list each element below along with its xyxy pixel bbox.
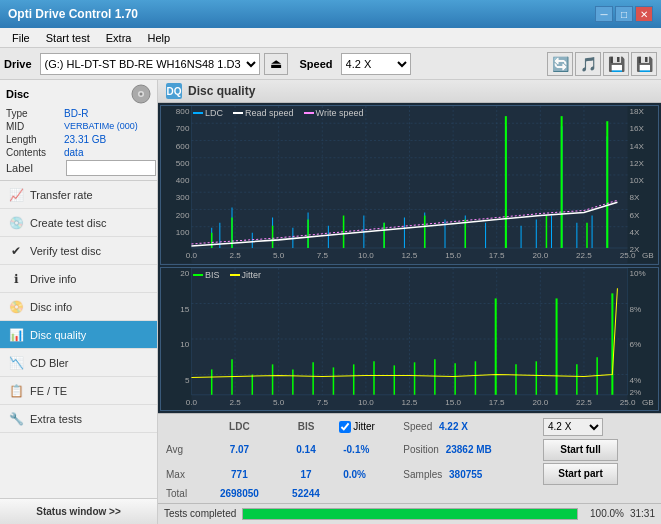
svg-text:10.0: 10.0	[358, 252, 374, 261]
legend-ldc: LDC	[193, 108, 223, 118]
sidebar-item-extra-tests[interactable]: 🔧 Extra tests	[0, 405, 157, 433]
svg-text:12.5: 12.5	[402, 252, 418, 261]
eject-button[interactable]: ⏏	[264, 53, 288, 75]
svg-text:6%: 6%	[630, 340, 642, 349]
chart2-svg: 20 15 10 5 10% 8% 6% 4% 2% 0.0 2.5 5.0 7…	[161, 268, 658, 410]
start-full-button[interactable]: Start full	[543, 439, 618, 461]
main-layout: Disc Type BD-R MID VERBATIMe (000) Lengt…	[0, 80, 661, 524]
drive-select[interactable]: (G:) HL-DT-ST BD-RE WH16NS48 1.D3	[40, 53, 260, 75]
write-speed-color	[304, 112, 314, 114]
total-label: Total	[162, 487, 202, 500]
disc-panel: Disc Type BD-R MID VERBATIMe (000) Lengt…	[0, 80, 157, 181]
disc-section-label: Disc	[6, 88, 29, 100]
menu-start-test[interactable]: Start test	[38, 30, 98, 46]
disc-mid-value: VERBATIMe (000)	[64, 121, 138, 132]
svg-text:20.0: 20.0	[532, 252, 548, 261]
stats-main-row: LDC BIS Jitter Speed 4.22 X	[162, 417, 657, 500]
svg-text:12.5: 12.5	[402, 398, 418, 407]
sidebar-item-transfer-rate[interactable]: 📈 Transfer rate	[0, 181, 157, 209]
window-controls: ─ □ ✕	[595, 6, 653, 22]
save2-icon-btn[interactable]: 💾	[631, 52, 657, 76]
menu-help[interactable]: Help	[139, 30, 178, 46]
disc-quality-icon: 📊	[8, 327, 24, 343]
total-bis: 52244	[277, 487, 335, 500]
sidebar-item-label: Transfer rate	[30, 189, 93, 201]
sidebar-item-label: Disc info	[30, 301, 72, 313]
avg-bis: 0.14	[277, 437, 335, 462]
svg-text:7.5: 7.5	[317, 398, 329, 407]
create-test-icon: 💿	[8, 215, 24, 231]
chart1-svg: 800 700 600 500 400 300 200 100 18X 16X …	[161, 106, 658, 263]
svg-text:500: 500	[176, 159, 190, 168]
disc-label-row: Label 🔍	[6, 160, 151, 176]
speed-select-stat[interactable]: 4.2 X	[543, 418, 603, 436]
minimize-button[interactable]: ─	[595, 6, 613, 22]
stats-header-row: LDC BIS Jitter Speed 4.22 X	[162, 417, 657, 437]
svg-text:200: 200	[176, 211, 190, 220]
status-window-button[interactable]: Status window >>	[0, 498, 157, 524]
fe-te-icon: 📋	[8, 383, 24, 399]
sidebar-item-create-test-disc[interactable]: 💿 Create test disc	[0, 209, 157, 237]
svg-text:10%: 10%	[630, 269, 646, 278]
refresh-icon-btn[interactable]: 🔄	[547, 52, 573, 76]
avg-label: Avg	[162, 437, 202, 462]
jitter-checkbox-label[interactable]: Jitter	[339, 421, 395, 433]
ldc-chart: LDC Read speed Write speed	[160, 105, 659, 264]
speed-label-stat: Speed	[403, 421, 432, 432]
speed-select[interactable]: 4.2 X	[341, 53, 411, 75]
menu-extra[interactable]: Extra	[98, 30, 140, 46]
charts-area: LDC Read speed Write speed	[158, 103, 661, 412]
sidebar-item-verify-test-disc[interactable]: ✔ Verify test disc	[0, 237, 157, 265]
sidebar-item-drive-info[interactable]: ℹ Drive info	[0, 265, 157, 293]
sidebar-item-label: Extra tests	[30, 413, 82, 425]
svg-point-2	[140, 93, 143, 96]
disc-type-value: BD-R	[64, 108, 88, 119]
sidebar-item-fe-te[interactable]: 📋 FE / TE	[0, 377, 157, 405]
jitter-color	[230, 274, 240, 276]
save-icon-btn[interactable]: 💾	[603, 52, 629, 76]
sidebar-item-label: CD Bler	[30, 357, 69, 369]
close-button[interactable]: ✕	[635, 6, 653, 22]
disc-length-row: Length 23.31 GB	[6, 134, 151, 145]
label-input[interactable]	[66, 160, 156, 176]
maximize-button[interactable]: □	[615, 6, 633, 22]
legend-bis: BIS	[193, 270, 220, 280]
svg-text:2%: 2%	[630, 387, 642, 396]
stats-avg-row: Avg 7.07 0.14 -0.1% Position 23862 MB St…	[162, 437, 657, 462]
nav-items: 📈 Transfer rate 💿 Create test disc ✔ Ver…	[0, 181, 157, 498]
svg-text:6X: 6X	[630, 211, 641, 220]
sidebar-item-label: FE / TE	[30, 385, 67, 397]
quality-title: Disc quality	[188, 84, 255, 98]
menu-file[interactable]: File	[4, 30, 38, 46]
sidebar-item-disc-quality[interactable]: 📊 Disc quality	[0, 321, 157, 349]
start-part-button[interactable]: Start part	[543, 463, 618, 485]
disc-header: Disc	[6, 84, 151, 104]
disc-info-icon: 📀	[8, 299, 24, 315]
drive-toolbar: Drive (G:) HL-DT-ST BD-RE WH16NS48 1.D3 …	[0, 48, 661, 80]
svg-text:12X: 12X	[630, 159, 645, 168]
sidebar: Disc Type BD-R MID VERBATIMe (000) Lengt…	[0, 80, 158, 524]
progress-bar	[242, 508, 578, 520]
svg-text:16X: 16X	[630, 125, 645, 134]
progress-label: Tests completed	[164, 508, 236, 519]
avg-jitter: -0.1%	[335, 437, 399, 462]
bis-color	[193, 274, 203, 276]
svg-text:600: 600	[176, 142, 190, 151]
sidebar-item-label: Create test disc	[30, 217, 106, 229]
disc-mid-row: MID VERBATIMe (000)	[6, 121, 151, 132]
progress-time: 31:31	[630, 508, 655, 519]
drive-label: Drive	[4, 58, 32, 70]
speed-value-stat: 4.22 X	[439, 421, 468, 432]
avg-ldc: 7.07	[202, 437, 277, 462]
svg-text:700: 700	[176, 125, 190, 134]
cd-bler-icon: 📉	[8, 355, 24, 371]
svg-text:2.5: 2.5	[229, 398, 241, 407]
sidebar-item-cd-bler[interactable]: 📉 CD Bler	[0, 349, 157, 377]
sidebar-item-label: Verify test disc	[30, 245, 101, 257]
legend-jitter: Jitter	[230, 270, 262, 280]
jitter-checkbox[interactable]	[339, 421, 351, 433]
sidebar-item-disc-info[interactable]: 📀 Disc info	[0, 293, 157, 321]
max-ldc: 771	[202, 462, 277, 487]
audio-icon-btn[interactable]: 🎵	[575, 52, 601, 76]
max-bis: 17	[277, 462, 335, 487]
